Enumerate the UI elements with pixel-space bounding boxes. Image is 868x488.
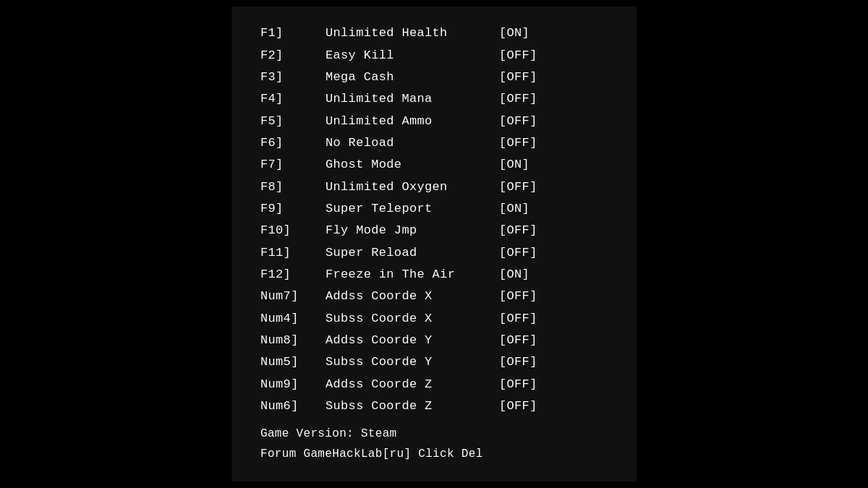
cheat-row[interactable]: Num6]Subss Coorde Z[OFF]: [260, 397, 608, 416]
cheat-status: [OFF]: [499, 287, 537, 306]
cheat-row[interactable]: F3]Mega Cash[OFF]: [260, 68, 608, 87]
cheat-panel: F1]Unlimited Health[ON]F2]Easy Kill[OFF]…: [231, 7, 637, 481]
cheat-key: F6]: [260, 134, 326, 153]
cheat-row[interactable]: F7]Ghost Mode[ON]: [260, 155, 608, 174]
cheat-status: [OFF]: [499, 353, 537, 372]
cheat-row[interactable]: F1]Unlimited Health[ON]: [260, 24, 608, 43]
cheat-name: No Reload: [326, 134, 499, 153]
cheat-key: Num4]: [260, 309, 326, 328]
cheat-key: F7]: [260, 155, 326, 174]
cheat-key: Num7]: [260, 287, 326, 306]
cheat-row[interactable]: F10]Fly Mode Jmp[OFF]: [260, 221, 608, 240]
cheat-key: F9]: [260, 200, 326, 218]
cheat-key: F5]: [260, 112, 326, 131]
cheat-status: [OFF]: [499, 244, 537, 262]
footer-line1: Game Version: Steam: [260, 424, 608, 444]
footer: Game Version: Steam Forum GameHackLab[ru…: [260, 424, 608, 463]
cheat-name: Ghost Mode: [326, 155, 499, 174]
cheat-status: [OFF]: [499, 90, 537, 108]
cheat-name: Addss Coorde X: [326, 287, 499, 306]
cheat-key: F12]: [260, 265, 326, 284]
cheat-name: Super Reload: [326, 244, 499, 262]
cheat-row[interactable]: F8]Unlimited Oxygen[OFF]: [260, 178, 608, 197]
cheat-key: F8]: [260, 178, 326, 197]
cheat-row[interactable]: F5]Unlimited Ammo[OFF]: [260, 112, 608, 131]
cheat-row[interactable]: F6]No Reload[OFF]: [260, 134, 608, 153]
cheat-name: Freeze in The Air: [326, 265, 499, 284]
cheat-name: Unlimited Ammo: [326, 112, 499, 131]
cheat-row[interactable]: Num8]Addss Coorde Y[OFF]: [260, 331, 608, 350]
cheat-status: [OFF]: [499, 309, 537, 328]
cheat-key: Num5]: [260, 353, 326, 372]
cheat-status: [ON]: [499, 24, 529, 43]
cheat-row[interactable]: F9]Super Teleport[ON]: [260, 200, 608, 218]
cheat-row[interactable]: Num9]Addss Coorde Z[OFF]: [260, 375, 608, 394]
cheat-status: [OFF]: [499, 134, 537, 153]
cheat-name: Easy Kill: [326, 46, 499, 65]
cheat-status: [OFF]: [499, 221, 537, 240]
cheat-status: [ON]: [499, 265, 529, 284]
cheat-status: [OFF]: [499, 397, 537, 416]
cheat-row[interactable]: F11]Super Reload[OFF]: [260, 244, 608, 262]
cheat-status: [OFF]: [499, 68, 537, 87]
cheat-row[interactable]: F12]Freeze in The Air[ON]: [260, 265, 608, 284]
cheat-key: F2]: [260, 46, 326, 65]
cheat-name: Super Teleport: [326, 200, 499, 218]
cheat-name: Unlimited Health: [326, 24, 499, 43]
cheat-status: [OFF]: [499, 331, 537, 350]
cheat-key: F10]: [260, 221, 326, 240]
cheat-name: Addss Coorde Z: [326, 375, 499, 394]
cheat-status: [OFF]: [499, 46, 537, 65]
cheat-name: Unlimited Mana: [326, 90, 499, 108]
cheat-key: Num8]: [260, 331, 326, 350]
cheat-name: Mega Cash: [326, 68, 499, 87]
cheat-name: Subss Coorde X: [326, 309, 499, 328]
cheat-row[interactable]: Num5]Subss Coorde Y[OFF]: [260, 353, 608, 372]
cheat-key: F4]: [260, 90, 326, 108]
footer-line2: Forum GameHackLab[ru] Click Del: [260, 445, 608, 464]
cheat-key: Num6]: [260, 397, 326, 416]
cheat-status: [OFF]: [499, 112, 537, 131]
cheat-key: F3]: [260, 68, 326, 87]
cheat-key: F1]: [260, 24, 326, 43]
cheat-status: [OFF]: [499, 178, 537, 197]
cheat-name: Fly Mode Jmp: [326, 221, 499, 240]
cheat-row[interactable]: Num4]Subss Coorde X[OFF]: [260, 309, 608, 328]
cheat-name: Addss Coorde Y: [326, 331, 499, 350]
cheat-key: Num9]: [260, 375, 326, 394]
cheat-key: F11]: [260, 244, 326, 262]
cheat-row[interactable]: Num7]Addss Coorde X[OFF]: [260, 287, 608, 306]
cheat-name: Unlimited Oxygen: [326, 178, 499, 197]
cheat-status: [OFF]: [499, 375, 537, 394]
cheat-row[interactable]: F4]Unlimited Mana[OFF]: [260, 90, 608, 108]
cheat-name: Subss Coorde Y: [326, 353, 499, 372]
cheat-status: [ON]: [499, 200, 529, 218]
cheat-row[interactable]: F2]Easy Kill[OFF]: [260, 46, 608, 65]
cheat-name: Subss Coorde Z: [326, 397, 499, 416]
cheat-status: [ON]: [499, 155, 529, 174]
